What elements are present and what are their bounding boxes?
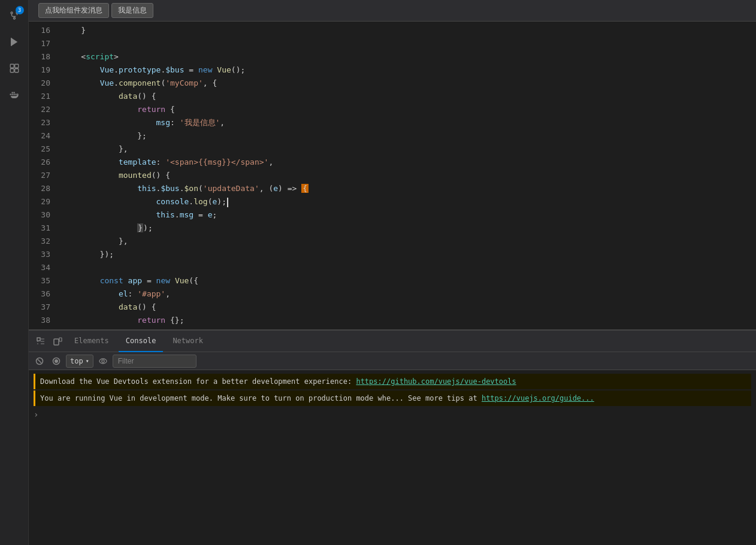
prompt-arrow-icon: ›	[34, 410, 38, 419]
svg-point-21	[55, 359, 58, 363]
svg-point-23	[102, 359, 104, 362]
table-row: 29 console.log(e);	[29, 195, 756, 208]
table-row: 35 const app = new Vue({	[29, 274, 756, 287]
svg-line-19	[38, 359, 41, 363]
table-row: 19 Vue.prototype.$bus = new Vue();	[29, 63, 756, 77]
table-row: 20 Vue.component('myComp', {	[29, 77, 756, 90]
filter-input[interactable]	[113, 355, 196, 368]
context-dropdown[interactable]: top ▾	[66, 355, 93, 368]
svg-rect-14	[13, 92, 14, 93]
run-debug-icon[interactable]	[4, 31, 25, 53]
table-row: 31 });	[29, 222, 756, 235]
table-row: 18 <script>	[29, 50, 756, 63]
clear-console-icon[interactable]	[32, 354, 47, 368]
inspect-element-icon[interactable]	[34, 334, 48, 349]
table-row: 34	[29, 261, 756, 274]
console-message-warning-2: You are running Vue in development mode.…	[34, 390, 751, 406]
table-row: 17	[29, 37, 756, 50]
badge-count: 3	[16, 6, 24, 14]
sidebar: 3	[0, 0, 29, 545]
svg-point-2	[13, 17, 15, 19]
console-text-2: You are running Vue in development mode.…	[40, 394, 482, 402]
extensions-icon[interactable]	[4, 57, 25, 79]
table-row: 23 msg: '我是信息',	[29, 116, 756, 129]
console-output: Download the Vue Devtools extension for …	[29, 370, 756, 545]
svg-marker-3	[11, 38, 17, 46]
svg-rect-7	[10, 69, 14, 72]
table-row: 25 },	[29, 143, 756, 156]
svg-rect-13	[11, 92, 13, 93]
svg-rect-8	[14, 69, 18, 72]
table-row: 24 };	[29, 129, 756, 143]
stop-recording-icon[interactable]	[49, 354, 63, 368]
svg-rect-17	[59, 338, 62, 341]
table-row: 36 el: '#app',	[29, 287, 756, 301]
console-message-warning-1: Download the Vue Devtools extension for …	[34, 374, 751, 389]
table-row: 22 return {	[29, 103, 756, 116]
send-message-button[interactable]: 点我给组件发消息	[38, 3, 109, 18]
table-row: 33 });	[29, 248, 756, 261]
console-toolbar: top ▾	[29, 352, 756, 370]
docker-icon[interactable]	[4, 84, 25, 105]
device-toolbar-icon[interactable]	[50, 334, 65, 349]
table-row: 38 return {};	[29, 314, 756, 327]
console-text: Download the Vue Devtools extension for …	[40, 377, 356, 386]
browser-toolbar: 点我给组件发消息 我是信息	[29, 0, 756, 22]
code-editor: 16 } 17 18 <script> 19 Vue.prototype.$bu…	[29, 22, 756, 329]
code-content: 16 } 17 18 <script> 19 Vue.prototype.$bu…	[29, 22, 756, 329]
main-content: 点我给组件发消息 我是信息 16 } 17 18 <script>	[29, 0, 756, 545]
table-row: 37 data() {	[29, 301, 756, 314]
context-dropdown-label: top	[70, 357, 83, 365]
table-row: 16 }	[29, 24, 756, 37]
eye-icon[interactable]	[96, 354, 110, 368]
table-row: 21 data() {	[29, 90, 756, 103]
tab-network[interactable]: Network	[165, 331, 210, 352]
info-button[interactable]: 我是信息	[111, 3, 153, 18]
tab-console[interactable]: Console	[119, 331, 164, 352]
tab-elements[interactable]: Elements	[67, 331, 116, 352]
svg-rect-5	[10, 64, 14, 68]
svg-rect-9	[10, 94, 11, 95]
table-row: 27 mounted() {	[29, 169, 756, 182]
dropdown-arrow-icon: ▾	[86, 358, 89, 364]
devtools-tabs: Elements Console Network	[29, 331, 756, 352]
console-prompt: ›	[34, 407, 751, 422]
svg-point-0	[11, 12, 13, 14]
table-row: 26 template: '<span>{{msg}}</span>',	[29, 156, 756, 169]
console-link-devtools[interactable]: https://github.com/vuejs/vue-devtools	[356, 377, 516, 386]
table-row: 30 this.msg = e;	[29, 208, 756, 222]
svg-rect-6	[14, 64, 18, 68]
svg-rect-15	[37, 338, 40, 341]
table-row: 28 this.$bus.$on('updateData', (e) => {	[29, 182, 756, 195]
svg-rect-10	[11, 94, 13, 95]
svg-rect-16	[54, 339, 59, 345]
devtools-panel: Elements Console Network top ▾	[29, 329, 756, 545]
console-link-guide[interactable]: https://vuejs.org/guide...	[482, 394, 594, 402]
table-row: 32 },	[29, 235, 756, 248]
svg-rect-11	[13, 94, 14, 95]
svg-rect-12	[15, 94, 16, 95]
source-control-icon[interactable]: 3	[4, 5, 25, 26]
